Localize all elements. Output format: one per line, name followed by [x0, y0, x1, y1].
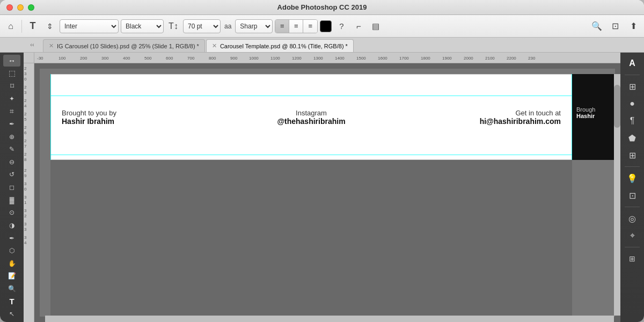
- ruler-label: 1600: [378, 56, 387, 61]
- blur-tool[interactable]: ⊙: [3, 207, 20, 219]
- warp-text-icon[interactable]: ⌐: [351, 19, 366, 34]
- ruler-label-v: 3: [24, 195, 26, 200]
- shape-tool[interactable]: ⬡: [3, 245, 20, 257]
- rp-color-icon[interactable]: ⬟: [624, 130, 641, 145]
- crop-tool[interactable]: ⌗: [3, 106, 20, 118]
- guide-h1: [50, 96, 572, 96]
- marquee-tool[interactable]: ⬚: [3, 68, 20, 79]
- home-icon[interactable]: ⌂: [3, 19, 18, 34]
- gradient-tool[interactable]: ▓: [3, 194, 20, 206]
- scrollbar-thumb[interactable]: [614, 85, 620, 128]
- scrollbar-horizontal[interactable]: [45, 316, 614, 322]
- rp-transform-icon[interactable]: ⌖: [624, 228, 641, 243]
- font-family-select[interactable]: Inter: [60, 19, 119, 33]
- section1-value: Hashir Ibrahim: [62, 117, 214, 126]
- notes-tool[interactable]: 📝: [3, 270, 20, 282]
- maximize-button[interactable]: [28, 4, 34, 11]
- ruler-label-v: 9: [24, 173, 26, 178]
- ruler-label-v: 3: [24, 235, 26, 240]
- tab-close-icon[interactable]: ✕: [212, 43, 217, 49]
- ruler-label: 200: [80, 56, 87, 61]
- spot-heal-tool[interactable]: ⊕: [3, 131, 20, 143]
- eyedropper-tool[interactable]: ✒: [3, 118, 20, 130]
- ruler-label-v: 3: [24, 71, 26, 76]
- ruler-label-v: 3: [24, 90, 26, 95]
- path-select-tool[interactable]: ↖: [3, 309, 20, 320]
- char-panel-icon[interactable]: ▤: [368, 19, 383, 34]
- window-title: Adobe Photoshop CC 2019: [277, 3, 367, 11]
- canvas-content[interactable]: Brought to you by Hashir Ibrahim Instagr…: [34, 63, 620, 322]
- black-strip-content: Brough Hashir: [576, 106, 611, 119]
- hand-tool[interactable]: ✋: [3, 258, 20, 269]
- scrollbar-vertical[interactable]: [614, 74, 620, 316]
- canvas-container[interactable]: -30 100 200 300 400 500 600 700 800 900 …: [24, 53, 620, 322]
- magic-wand-tool[interactable]: ✦: [3, 93, 20, 105]
- minimize-button[interactable]: [17, 4, 24, 11]
- text-section-2: Instagram @thehashiribrahim: [224, 109, 398, 126]
- arrange-icon[interactable]: ⊡: [608, 19, 623, 34]
- dodge-tool[interactable]: ◑: [3, 219, 20, 231]
- anti-alias-select[interactable]: Sharp: [235, 19, 273, 33]
- ruler-label: 1200: [292, 56, 302, 61]
- rp-artboard-icon[interactable]: ⊞: [624, 251, 641, 266]
- ruler-label: 1500: [356, 56, 366, 61]
- tabs-scroll-left[interactable]: ‹‹: [21, 37, 43, 52]
- h-ruler-content: -30 100 200 300 400 500 600 700 800 900 …: [34, 53, 620, 63]
- ruler-label-v: 3: [24, 181, 26, 186]
- font-size-select[interactable]: 70 pt: [183, 19, 221, 33]
- ruler-label: 500: [144, 56, 151, 61]
- history-brush-tool[interactable]: ↺: [3, 169, 20, 181]
- text-tool[interactable]: T: [3, 296, 20, 308]
- ruler-vertical: 2 3 0 2 3 2 4 2 5 2 6 2 7 2 8 2 9: [24, 63, 34, 322]
- rp-grid-icon[interactable]: ⊞: [624, 148, 641, 163]
- rp-layers-icon[interactable]: A: [624, 56, 641, 71]
- tab-ig-carousel[interactable]: ✕ IG Carousel (10 Slides).psd @ 25% (Sli…: [43, 39, 205, 52]
- ruler-label: 1000: [249, 56, 259, 61]
- close-button[interactable]: [6, 4, 13, 11]
- section3-label: Get in touch at: [409, 109, 561, 117]
- font-size-icon: T↕: [166, 19, 181, 34]
- tab-label: IG Carousel (10 Slides).psd @ 25% (Slide…: [57, 43, 199, 49]
- ruler-label-v: 5: [24, 117, 26, 122]
- tools-panel: ↔ ⬚ ⌑ ✦ ⌗ ✒ ⊕ ✎ ⊖ ↺ ◻ ▓ ⊙ ◑ ✒ ⬡ ✋ 📝 🔍 T …: [0, 53, 24, 322]
- rp-sphere-icon[interactable]: ◎: [624, 211, 641, 226]
- ruler-label: 900: [230, 56, 237, 61]
- v-ruler-content: 2 3 0 2 3 2 4 2 5 2 6 2 7 2 8 2 9: [24, 63, 34, 322]
- rp-document-icon[interactable]: ⊡: [624, 188, 641, 203]
- ruler-horizontal: -30 100 200 300 400 500 600 700 800 900 …: [34, 53, 620, 63]
- text-color-box[interactable]: [320, 20, 332, 32]
- tab-carousel-template[interactable]: ✕ Carousel Template.psd @ 80.1% (Title, …: [206, 39, 354, 52]
- document-area[interactable]: Brought to you by Hashir Ibrahim Instagr…: [40, 69, 615, 317]
- text-options-icon[interactable]: ?: [334, 19, 349, 34]
- text-align-group: ≡ ≡ ≡: [275, 19, 318, 33]
- lasso-tool[interactable]: ⌑: [3, 80, 20, 92]
- rp-paragraph-icon[interactable]: ¶: [624, 113, 641, 128]
- rp-properties-icon[interactable]: ⊞: [624, 79, 641, 94]
- text-tool-icon[interactable]: T: [25, 19, 40, 34]
- black-strip-value: Hashir: [576, 113, 611, 119]
- section1-label: Brought to you by: [62, 109, 214, 117]
- pen-tool[interactable]: ✒: [3, 232, 20, 244]
- ruler-label: 600: [166, 56, 173, 61]
- black-strip-label: Brough: [576, 106, 611, 113]
- rp-light-icon[interactable]: 💡: [624, 171, 641, 186]
- move-tool[interactable]: ↔: [3, 55, 20, 67]
- font-style-select[interactable]: Black: [121, 19, 164, 33]
- clone-stamp-tool[interactable]: ⊖: [3, 156, 20, 168]
- text-orient-icon[interactable]: ⇕: [42, 19, 57, 34]
- ruler-label-v: 2: [24, 214, 26, 218]
- zoom-tool[interactable]: 🔍: [3, 283, 20, 295]
- align-center-button[interactable]: ≡: [289, 20, 303, 33]
- ruler-label-v: 7: [24, 144, 26, 149]
- eraser-tool[interactable]: ◻: [3, 181, 20, 193]
- align-right-button[interactable]: ≡: [303, 20, 317, 33]
- search-icon[interactable]: 🔍: [589, 19, 604, 34]
- brush-tool[interactable]: ✎: [3, 143, 20, 155]
- ruler-label-v: 8: [24, 157, 26, 162]
- align-left-button[interactable]: ≡: [275, 20, 289, 33]
- ruler-label-v: 2: [24, 98, 26, 103]
- rp-separator4: [625, 247, 640, 247]
- share-icon[interactable]: ⬆: [626, 19, 641, 34]
- rp-adjustments-icon[interactable]: ●: [624, 96, 641, 111]
- tab-close-icon[interactable]: ✕: [49, 43, 54, 49]
